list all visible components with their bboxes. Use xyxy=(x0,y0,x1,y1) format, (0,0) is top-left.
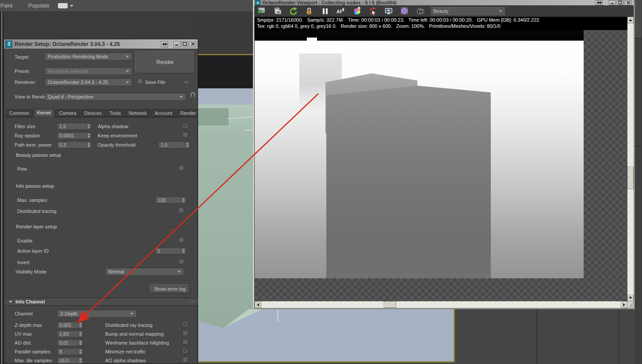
opacity-threshold-spinner[interactable]: 1,0 xyxy=(158,141,190,148)
uv-max-spinner[interactable]: 1,83 xyxy=(57,330,83,337)
minimize-button[interactable] xyxy=(173,41,180,47)
spinner-arrows-icon[interactable] xyxy=(180,248,186,254)
spinner-arrows-icon[interactable] xyxy=(77,340,83,346)
tab-network[interactable]: Network xyxy=(125,109,150,117)
invert-checkbox[interactable] xyxy=(179,259,184,264)
max-samples-spinner[interactable]: 128 xyxy=(155,197,186,204)
spinner-arrows-icon[interactable] xyxy=(77,322,83,328)
restart-render-icon[interactable] xyxy=(288,6,298,16)
spinner-arrows-icon[interactable] xyxy=(77,349,83,355)
resize-toggle-button[interactable] xyxy=(596,0,603,5)
raw-checkbox[interactable] xyxy=(179,165,184,171)
render-passes-icon[interactable] xyxy=(400,6,409,16)
save-file-label: Save File xyxy=(145,80,165,85)
zdepth-max-spinner[interactable]: 0,001 xyxy=(57,322,83,329)
ao-dist-label: AO dist. xyxy=(15,340,32,345)
info-channel-title: Info Channel xyxy=(15,299,45,304)
tab-account[interactable]: Account xyxy=(151,109,176,117)
octane-viewport-titlebar[interactable]: 3 OctaneRender Viewport - Collecting nod… xyxy=(254,0,634,5)
spinner-arrows-icon[interactable] xyxy=(86,142,91,148)
save-file-checkbox[interactable] xyxy=(138,79,143,84)
keep-environment-label: Keep environment xyxy=(98,133,137,138)
channel-dropdown[interactable]: Z-Depth xyxy=(57,310,137,318)
ao-alpha-shadows-checkbox[interactable] xyxy=(183,357,188,362)
max-viewport-bottom xyxy=(199,309,454,361)
focus-picker-icon[interactable]: AF xyxy=(336,6,346,16)
ribbon-tool-icon[interactable] xyxy=(58,3,68,8)
object-picker-icon[interactable] xyxy=(368,6,378,16)
save-image-icon[interactable] xyxy=(256,6,266,16)
render-setup-titlebar[interactable]: 3 Render Setup: OctaneRender 3.04.3 - 4.… xyxy=(4,39,198,49)
distributed-ray-tracing-checkbox[interactable]: ✔ xyxy=(183,322,188,327)
filter-size-spinner[interactable]: 1,5 xyxy=(57,123,92,130)
show-error-log-button[interactable]: Show error log xyxy=(150,284,189,293)
v-scroll-down-button[interactable] xyxy=(627,295,634,301)
ribbon-tab-paint[interactable]: Paint xyxy=(0,3,12,9)
spinner-arrows-icon[interactable] xyxy=(184,142,190,148)
visibility-mode-value: Normal xyxy=(108,269,124,274)
lock-resolution-icon[interactable] xyxy=(304,6,314,16)
rollup-collapse-icon[interactable] xyxy=(9,301,12,303)
keep-environment-checkbox[interactable] xyxy=(183,132,188,137)
close-button[interactable] xyxy=(625,0,632,5)
ao-dist-value: 0,01 xyxy=(57,340,77,346)
maximize-button[interactable] xyxy=(617,0,624,5)
info-channel-header[interactable]: Info Channel xyxy=(5,298,198,306)
visibility-mode-dropdown[interactable]: Normal xyxy=(105,268,184,276)
camera-snapshot-icon[interactable] xyxy=(416,6,425,16)
spinner-arrows-icon[interactable] xyxy=(77,357,83,364)
spinner-arrows-icon[interactable] xyxy=(86,133,91,139)
enable-checkbox[interactable] xyxy=(179,237,184,243)
target-dropdown[interactable]: Production Rendering Mode xyxy=(45,53,132,61)
rollup-grip-icon[interactable] xyxy=(190,301,194,303)
wireframe-backface-checkbox[interactable] xyxy=(183,339,188,345)
resize-toggle-button[interactable] xyxy=(161,41,168,47)
ray-epsilon-spinner[interactable]: 0,0001 xyxy=(57,132,92,139)
ao-dist-spinner[interactable]: 0,01 xyxy=(57,339,83,346)
minimize-button[interactable] xyxy=(609,0,616,5)
ribbon-tab-populate[interactable]: Populate xyxy=(28,3,49,9)
minimize-net-traffic-checkbox[interactable]: ✔ xyxy=(183,348,188,353)
copy-image-icon[interactable] xyxy=(272,6,282,16)
spinner-arrows-icon[interactable] xyxy=(86,123,91,129)
h-scrollbar[interactable] xyxy=(255,301,627,308)
save-file-browse-button[interactable]: ... xyxy=(184,78,188,83)
viewport-follow-icon[interactable] xyxy=(384,6,394,16)
v-scroll-thumb[interactable] xyxy=(627,167,634,189)
tab-render-elements[interactable]: Render Elements xyxy=(176,109,198,117)
parallel-samples-spinner[interactable]: 8 xyxy=(57,348,83,355)
resize-grip[interactable] xyxy=(627,301,634,308)
render-button[interactable]: Render xyxy=(135,51,195,73)
tab-common[interactable]: Common xyxy=(6,109,33,117)
tab-tools[interactable]: Tools xyxy=(106,109,125,117)
spinner-arrows-icon[interactable] xyxy=(180,197,186,203)
active-layer-id-spinner[interactable]: 1 xyxy=(155,247,186,254)
view-to-render-dropdown[interactable]: Quad 4 - Perspective xyxy=(45,93,186,101)
tab-devices[interactable]: Devices xyxy=(81,109,105,117)
ribbon-dropdown-caret-icon[interactable] xyxy=(70,5,73,7)
bump-normal-mapping-checkbox[interactable] xyxy=(183,330,188,336)
render-setup-title: Render Setup: OctaneRender 3.04.3 - 4.25 xyxy=(15,41,120,47)
path-term-power-value: 0,3 xyxy=(57,142,86,148)
v-scroll-up-button[interactable] xyxy=(627,17,634,23)
h-scroll-right-button[interactable] xyxy=(621,301,627,308)
spinner-arrows-icon[interactable] xyxy=(77,331,83,337)
preset-dropdown[interactable]: No preset selected xyxy=(45,67,132,75)
distributed-tracing-checkbox[interactable] xyxy=(179,208,184,213)
path-term-power-spinner[interactable]: 0,3 xyxy=(57,141,92,148)
tab-kernel[interactable]: Kernel xyxy=(34,108,55,117)
v-scrollbar[interactable] xyxy=(627,17,634,301)
pause-render-icon[interactable] xyxy=(320,6,330,16)
h-scroll-left-button[interactable] xyxy=(255,301,261,308)
renderer-dropdown[interactable]: OctaneRender 3.04.3 - 4.25 xyxy=(45,78,132,86)
tab-camera[interactable]: Camera xyxy=(55,109,80,117)
max-tile-samples-spinner[interactable]: 16,0 xyxy=(57,357,83,364)
alpha-shadow-checkbox[interactable]: ✔ xyxy=(183,123,188,128)
maximize-button[interactable] xyxy=(181,41,188,47)
material-picker-icon[interactable] xyxy=(352,6,362,16)
render-pass-dropdown[interactable]: Beauty xyxy=(430,6,505,16)
close-button[interactable] xyxy=(189,41,196,47)
rendered-image[interactable] xyxy=(255,30,584,278)
distributed-tracing-label: Distributed tracing xyxy=(17,209,57,214)
h-scroll-thumb[interactable] xyxy=(384,301,396,308)
